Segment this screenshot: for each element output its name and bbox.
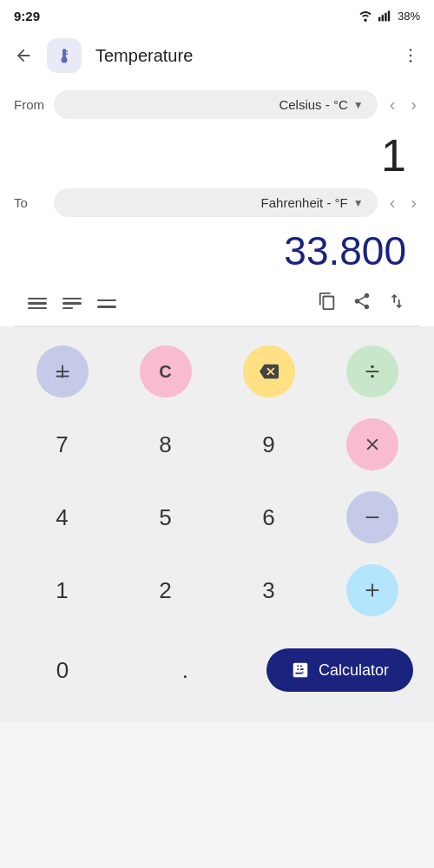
key-minus[interactable]	[331, 486, 414, 549]
back-button[interactable]	[14, 46, 33, 65]
from-unit-select[interactable]: Celsius - °C ▼	[54, 90, 378, 119]
input-value-display: 1	[14, 126, 420, 188]
key-clear[interactable]: C	[124, 340, 207, 403]
clear-circle: C	[140, 345, 192, 398]
from-next-button[interactable]: ›	[407, 91, 420, 118]
status-icons: 38%	[358, 10, 420, 23]
from-prev-button[interactable]: ‹	[386, 91, 399, 118]
to-next-button[interactable]: ›	[407, 189, 420, 216]
key-decimal[interactable]: .	[143, 639, 227, 701]
app-bar: Temperature	[0, 31, 434, 80]
app-icon	[47, 38, 82, 73]
toolbar-row	[14, 285, 420, 326]
format-partial-button[interactable]	[62, 298, 82, 310]
key-backspace[interactable]	[227, 340, 311, 403]
key-plus[interactable]	[331, 559, 414, 621]
backspace-circle	[243, 345, 295, 398]
status-time: 9:29	[14, 9, 40, 23]
svg-rect-3	[388, 10, 390, 21]
share-button[interactable]	[352, 292, 372, 315]
key-5[interactable]: 5	[124, 486, 207, 549]
app-title: Temperature	[95, 46, 387, 66]
key-0[interactable]: 0	[21, 639, 104, 701]
minus-circle	[346, 491, 398, 543]
svg-rect-1	[382, 15, 384, 21]
keypad-row-0: 0 . Calculator	[10, 632, 424, 708]
svg-rect-0	[378, 17, 380, 22]
converter-area: From Celsius - °C ▼ ‹ › 1 To Fahrenheit …	[0, 80, 434, 326]
svg-rect-14	[365, 371, 378, 372]
clear-label: C	[159, 362, 171, 382]
plus-circle	[346, 564, 398, 616]
key-8[interactable]: 8	[124, 413, 207, 476]
keypad-row-123: 1 2 3	[10, 559, 424, 621]
format-minimal-button[interactable]	[97, 299, 116, 308]
svg-rect-17	[365, 516, 378, 518]
svg-point-9	[410, 55, 412, 57]
from-unit-value: Celsius - °C	[279, 97, 347, 112]
signal-icon	[378, 10, 392, 22]
wifi-icon	[358, 10, 373, 22]
temperature-icon	[54, 45, 75, 66]
keypad-row-789: 7 8 9	[10, 413, 424, 476]
svg-point-8	[410, 49, 412, 51]
key-7[interactable]: 7	[21, 413, 104, 476]
status-bar: 9:29 38%	[0, 0, 434, 31]
swap-button[interactable]	[387, 292, 406, 315]
key-divide[interactable]	[331, 340, 414, 403]
key-1[interactable]: 1	[21, 559, 104, 621]
to-unit-select[interactable]: Fahrenheit - °F ▼	[54, 188, 378, 217]
key-9[interactable]: 9	[227, 413, 311, 476]
key-4[interactable]: 4	[21, 486, 104, 549]
svg-point-10	[410, 60, 412, 62]
svg-rect-19	[365, 589, 378, 591]
key-3[interactable]: 3	[227, 559, 311, 621]
calculator-button[interactable]: Calculator	[266, 648, 413, 692]
svg-rect-12	[56, 371, 69, 372]
calculator-label: Calculator	[319, 661, 389, 680]
svg-point-16	[371, 375, 374, 378]
key-plus-minus[interactable]	[21, 340, 104, 403]
to-unit-arrow: ▼	[353, 197, 364, 209]
copy-button[interactable]	[318, 292, 337, 315]
to-unit-value: Fahrenheit - °F	[261, 195, 348, 210]
battery-text: 38%	[398, 10, 420, 23]
format-options	[28, 298, 116, 310]
keypad: C 7 8 9 4 5 6	[0, 326, 434, 722]
svg-rect-2	[385, 13, 386, 22]
key-6[interactable]: 6	[227, 486, 311, 549]
svg-point-15	[371, 365, 374, 369]
to-prev-button[interactable]: ‹	[386, 189, 399, 216]
to-label: To	[14, 195, 45, 210]
from-unit-arrow: ▼	[353, 99, 364, 111]
from-row: From Celsius - °C ▼ ‹ ›	[14, 90, 420, 119]
plus-minus-circle	[36, 345, 89, 398]
more-options-button[interactable]	[401, 46, 420, 65]
divide-circle	[346, 345, 398, 398]
multiply-circle	[346, 418, 398, 470]
from-label: From	[14, 97, 45, 112]
result-value-display: 33.800	[14, 224, 420, 285]
key-2[interactable]: 2	[124, 559, 207, 621]
calculator-icon	[291, 661, 310, 680]
key-multiply[interactable]	[331, 413, 414, 476]
keypad-row-special: C	[10, 340, 424, 403]
svg-point-5	[62, 57, 68, 63]
to-row: To Fahrenheit - °F ▼ ‹ ›	[14, 188, 420, 217]
format-full-button[interactable]	[28, 298, 47, 310]
keypad-row-456: 4 5 6	[10, 486, 424, 549]
action-icons	[318, 292, 406, 315]
svg-rect-13	[56, 376, 69, 378]
